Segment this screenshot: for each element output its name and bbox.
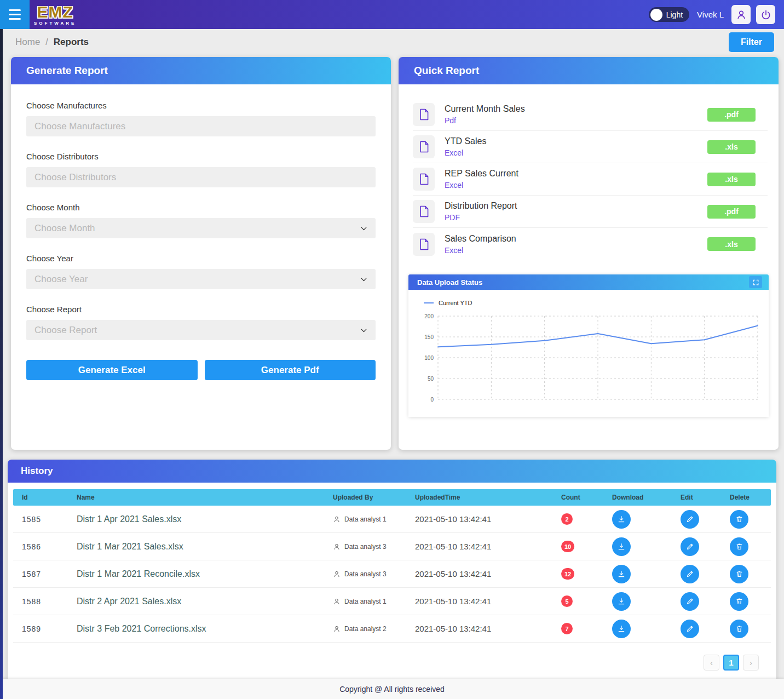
delete-button[interactable] — [730, 620, 748, 638]
col-download: Download — [603, 494, 672, 501]
pagination-page-1[interactable]: 1 — [723, 655, 739, 671]
download-button[interactable] — [612, 510, 631, 529]
row-count-cell: 5 — [552, 595, 603, 607]
field-input-wrap — [26, 218, 376, 238]
quick-report-item-texts: Distribution Report PDF — [445, 201, 517, 222]
file-icon-box — [413, 233, 435, 256]
row-download-cell — [603, 565, 672, 583]
hamburger-menu-button[interactable] — [0, 0, 30, 29]
form-field-group: Choose Month — [26, 203, 376, 238]
row-file-name[interactable]: Distr 1 Apr 2021 Sales.xlsx — [68, 514, 324, 524]
download-icon — [617, 542, 626, 551]
file-icon-box — [413, 103, 435, 126]
field-label: Choose Distributors — [26, 152, 376, 161]
uploaded-by-text: Data analyst 1 — [344, 515, 387, 523]
download-format-badge[interactable]: .xls — [707, 237, 756, 251]
quick-report-list: Current Month Sales Pdf .pdf YTD Sales E… — [399, 84, 779, 260]
edit-button[interactable] — [681, 510, 699, 529]
breadcrumb: Home / Reports — [15, 37, 89, 48]
field-input[interactable] — [26, 167, 376, 187]
data-upload-status-panel: Data Upload Status Current YTD 050100150… — [408, 274, 769, 417]
pencil-icon — [686, 515, 694, 523]
file-icon-box — [413, 200, 435, 223]
download-format-badge[interactable]: .pdf — [707, 108, 756, 122]
person-icon — [333, 515, 341, 523]
delete-button[interactable] — [730, 510, 748, 529]
download-button[interactable] — [612, 565, 631, 583]
report-name: REP Sales Current — [445, 169, 518, 179]
edit-button[interactable] — [681, 592, 699, 611]
edit-button[interactable] — [681, 565, 699, 583]
field-input[interactable] — [26, 269, 376, 289]
svg-text:100: 100 — [424, 355, 434, 361]
download-button[interactable] — [612, 592, 631, 611]
download-button[interactable] — [612, 537, 631, 556]
report-name: Sales Comparison — [445, 234, 516, 244]
row-file-name[interactable]: Distr 1 Mar 2021 Reconcile.xlsx — [68, 569, 324, 579]
field-input[interactable] — [26, 116, 376, 136]
collapsed-sidebar-strip — [0, 29, 3, 699]
report-format-link[interactable]: Excel — [445, 181, 518, 190]
download-format-badge[interactable]: .xls — [707, 173, 756, 186]
count-badge: 2 — [561, 513, 573, 525]
delete-button[interactable] — [730, 592, 748, 611]
field-label: Choose Month — [26, 203, 376, 212]
edit-button[interactable] — [681, 537, 699, 556]
expand-chart-button[interactable] — [749, 276, 762, 288]
form-field-group: Choose Manufactures — [26, 101, 376, 136]
generate-pdf-button[interactable]: Generate Pdf — [205, 360, 376, 380]
row-file-name[interactable]: Distr 1 Mar 2021 Sales.xlsx — [68, 542, 324, 552]
pencil-icon — [686, 624, 694, 633]
row-file-name[interactable]: Distr 2 Apr 2021 Sales.xlsx — [68, 597, 324, 606]
row-id: 1585 — [13, 515, 68, 524]
legend-line-swatch — [424, 302, 434, 303]
report-format-link[interactable]: Excel — [445, 148, 486, 157]
field-input[interactable] — [26, 218, 376, 238]
report-format-link[interactable]: Pdf — [445, 116, 525, 125]
download-format-badge[interactable]: .xls — [707, 140, 756, 154]
legend-label: Current YTD — [439, 300, 472, 306]
table-row: 1585 Distr 1 Apr 2021 Sales.xlsx Data an… — [13, 506, 771, 533]
col-name: Name — [68, 494, 324, 501]
quick-report-item: Sales Comparison Excel .xls — [413, 228, 768, 260]
data-upload-status-title: Data Upload Status — [417, 278, 482, 287]
col-uploaded-time: UploadedTime — [406, 494, 552, 501]
download-format-badge[interactable]: .pdf — [707, 205, 756, 219]
uploaded-by-text: Data analyst 3 — [344, 543, 387, 551]
report-format-link[interactable]: PDF — [445, 213, 517, 222]
field-input-wrap — [26, 116, 376, 136]
theme-toggle[interactable]: Light — [649, 7, 689, 22]
col-delete: Delete — [721, 494, 771, 501]
count-badge: 5 — [561, 595, 573, 607]
row-download-cell — [603, 510, 672, 529]
pencil-icon — [686, 597, 694, 605]
pagination-prev-button[interactable]: ‹ — [704, 655, 719, 671]
pagination-next-button[interactable]: › — [743, 655, 759, 671]
report-format-link[interactable]: Excel — [445, 246, 516, 255]
download-icon — [617, 624, 626, 633]
field-label: Choose Manufactures — [26, 101, 376, 110]
form-field-group: Choose Year — [26, 254, 376, 289]
svg-text:150: 150 — [424, 334, 434, 340]
row-count-cell: 10 — [552, 541, 603, 552]
row-delete-cell — [721, 620, 771, 638]
filter-button[interactable]: Filter — [729, 32, 774, 52]
field-input-wrap — [26, 269, 376, 289]
delete-button[interactable] — [730, 537, 748, 556]
trash-icon — [735, 597, 743, 605]
row-edit-cell — [672, 565, 721, 583]
col-id: Id — [13, 494, 68, 501]
field-input[interactable] — [26, 320, 376, 340]
download-button[interactable] — [612, 620, 631, 638]
profile-button[interactable] — [731, 5, 751, 24]
generate-buttons-row: Generate Excel Generate Pdf — [26, 360, 376, 380]
breadcrumb-home-link[interactable]: Home — [15, 37, 40, 48]
delete-button[interactable] — [730, 565, 748, 583]
generate-excel-button[interactable]: Generate Excel — [26, 360, 198, 380]
edit-button[interactable] — [681, 620, 699, 638]
row-download-cell — [603, 537, 672, 556]
row-file-name[interactable]: Distr 3 Feb 2021 Corrections.xlsx — [68, 624, 324, 634]
quick-report-item-texts: Sales Comparison Excel — [445, 234, 516, 255]
logout-button[interactable] — [756, 5, 775, 24]
count-badge: 10 — [561, 541, 574, 552]
